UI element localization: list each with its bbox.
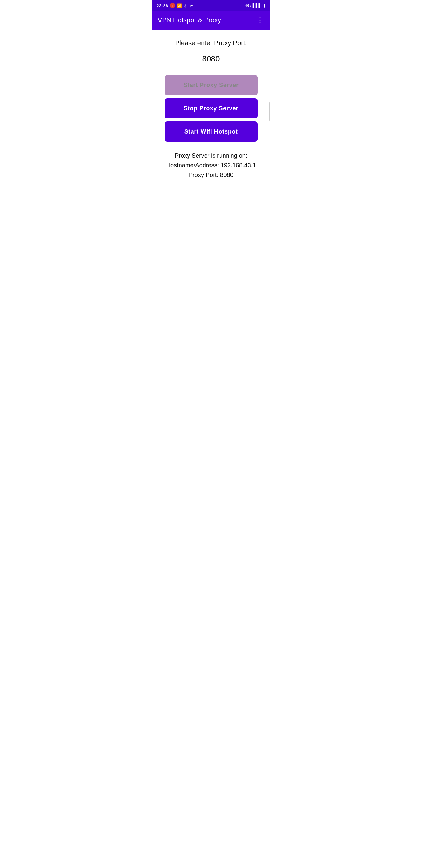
app-bar: VPN Hotspot & Proxy ⋮ xyxy=(153,11,270,30)
main-content: Please enter Proxy Port: Start Proxy Ser… xyxy=(153,30,270,186)
proxy-port-input[interactable] xyxy=(180,54,243,65)
start-hotspot-button[interactable]: Start Wifi Hotspot xyxy=(165,121,258,142)
status-time: 22:26 xyxy=(157,3,168,8)
signal-icon: ▌▌▌ xyxy=(253,3,262,8)
wifi-icon: 📶 xyxy=(177,3,182,8)
key-icon: ⚷ xyxy=(184,3,187,8)
proxy-port-label: Please enter Proxy Port: xyxy=(175,39,247,47)
status-bar: 22:26 ↑ 📶 ⚷ nV 4G↓ ▌▌▌ ▮ xyxy=(153,0,270,11)
stop-proxy-button[interactable]: Stop Proxy Server xyxy=(165,98,258,119)
lte-icon: 4G↓ xyxy=(245,4,251,7)
app-title: VPN Hotspot & Proxy xyxy=(158,16,221,24)
server-status-text: Proxy Server is running on: Hostname/Add… xyxy=(166,151,256,180)
status-line1: Proxy Server is running on: xyxy=(166,151,256,160)
status-bar-right: 4G↓ ▌▌▌ ▮ xyxy=(245,3,266,8)
status-line3: Proxy Port: 8080 xyxy=(166,170,256,180)
battery-icon: ▮ xyxy=(263,3,266,8)
nv-label: nV xyxy=(189,3,193,8)
start-proxy-button[interactable]: Start Proxy Server xyxy=(165,75,258,95)
status-bar-left: 22:26 ↑ 📶 ⚷ nV xyxy=(157,3,193,8)
status-line2: Hostname/Address: 192.168.43.1 xyxy=(166,160,256,170)
scrollbar xyxy=(269,102,270,121)
more-options-icon[interactable]: ⋮ xyxy=(255,15,264,25)
vpn-icon: ↑ xyxy=(170,3,175,8)
port-input-container xyxy=(180,54,243,65)
